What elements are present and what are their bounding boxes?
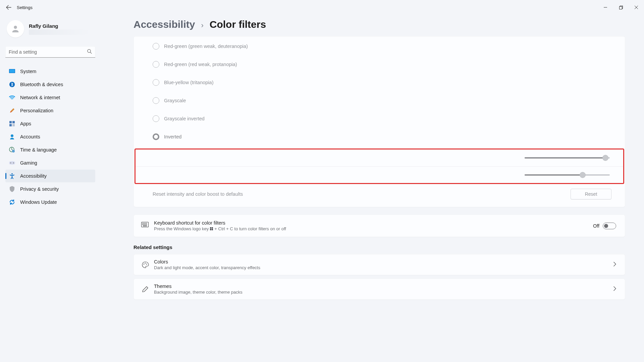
avatar <box>7 20 24 38</box>
shortcut-sub-prefix: Press the Windows logo key <box>154 226 209 231</box>
svg-rect-19 <box>142 223 143 224</box>
profile-email-placeholder <box>29 29 89 35</box>
sidebar-item-network[interactable]: Network & internet <box>5 91 95 104</box>
reset-button-label: Reset <box>585 191 597 197</box>
sidebar-item-bluetooth[interactable]: Bluetooth & devices <box>5 78 95 91</box>
sidebar-item-update[interactable]: Windows Update <box>5 196 95 208</box>
related-link-colors[interactable]: Colors Dark and light mode, accent color… <box>133 254 625 275</box>
filter-option-deuteranopia[interactable]: Red-green (green weak, deuteranopia) <box>134 37 625 55</box>
radio-icon <box>153 61 159 68</box>
related-settings-title: Related settings <box>133 244 625 250</box>
color-boost-slider-row <box>136 166 623 183</box>
radio-label: Blue-yellow (tritanopia) <box>164 80 213 85</box>
filter-option-grayscale[interactable]: Grayscale <box>134 92 625 110</box>
search-input[interactable] <box>5 46 95 58</box>
svg-rect-27 <box>145 224 146 225</box>
sidebar-item-label: Apps <box>20 121 31 126</box>
minimize-button[interactable] <box>598 2 613 13</box>
radio-label: Grayscale inverted <box>164 116 205 121</box>
radio-icon <box>153 79 159 86</box>
svg-rect-9 <box>9 124 12 126</box>
sidebar-item-personalization[interactable]: Personalization <box>5 104 95 117</box>
toggle-state-label: Off <box>593 223 599 229</box>
svg-rect-28 <box>146 224 147 225</box>
link-subtitle: Background image, theme color, theme pac… <box>154 290 243 295</box>
sidebar-item-apps[interactable]: Apps <box>5 117 95 130</box>
related-link-themes[interactable]: Themes Background image, theme color, th… <box>133 279 625 300</box>
windows-logo-icon <box>210 227 213 230</box>
svg-point-31 <box>145 262 146 263</box>
chevron-right-icon <box>613 286 616 292</box>
maximize-button[interactable] <box>613 2 629 13</box>
filter-options-panel: Red-green (green weak, deuteranopia) Red… <box>133 36 625 207</box>
link-subtitle: Dark and light mode, accent color, trans… <box>154 265 260 270</box>
sidebar-item-label: System <box>20 69 36 74</box>
chevron-right-icon <box>613 262 616 268</box>
slider-thumb[interactable] <box>602 155 608 161</box>
svg-rect-5 <box>9 69 15 73</box>
sidebar-item-accessibility[interactable]: Accessibility <box>5 170 95 182</box>
svg-point-15 <box>10 163 11 164</box>
window-title: Settings <box>17 5 33 10</box>
person-icon <box>11 24 20 34</box>
radio-label: Red-green (green weak, deuteranopia) <box>164 44 248 49</box>
sidebar-item-label: Windows Update <box>20 199 57 205</box>
sidebar-item-accounts[interactable]: Accounts <box>5 130 95 143</box>
radio-icon <box>153 43 159 50</box>
svg-rect-7 <box>9 121 12 123</box>
sidebar-item-label: Privacy & security <box>20 186 59 192</box>
sidebar-item-privacy[interactable]: Privacy & security <box>5 183 95 195</box>
reset-button[interactable]: Reset <box>571 189 611 199</box>
sidebar-item-gaming[interactable]: Gaming <box>5 157 95 169</box>
svg-point-2 <box>14 26 17 29</box>
sidebar-item-label: Bluetooth & devices <box>20 82 63 87</box>
maximize-icon <box>619 6 623 9</box>
accounts-icon <box>9 133 15 140</box>
svg-point-17 <box>11 173 13 175</box>
back-button[interactable] <box>2 1 15 14</box>
profile-block[interactable]: Rafly Gilang <box>5 18 95 40</box>
keyboard-shortcut-panel: Keyboard shortcut for color filters Pres… <box>133 215 625 237</box>
slider-thumb[interactable] <box>580 172 586 178</box>
sidebar-item-system[interactable]: System <box>5 65 95 78</box>
svg-rect-10 <box>12 124 15 126</box>
page-title: Color filters <box>210 19 266 30</box>
svg-rect-14 <box>9 161 15 165</box>
breadcrumb-parent[interactable]: Accessibility <box>133 19 195 30</box>
filter-option-grayscale-inverted[interactable]: Grayscale inverted <box>134 110 625 128</box>
wifi-icon <box>9 94 15 101</box>
svg-rect-22 <box>145 223 146 224</box>
svg-rect-21 <box>144 223 145 224</box>
radio-label: Grayscale <box>164 98 186 103</box>
pen-icon <box>141 285 149 293</box>
radio-icon <box>153 115 159 122</box>
filter-option-protanopia[interactable]: Red-green (red weak, protanopia) <box>134 55 625 73</box>
close-button[interactable] <box>629 2 644 13</box>
svg-rect-8 <box>12 121 15 123</box>
minimize-icon <box>604 6 607 9</box>
color-boost-slider[interactable] <box>525 172 610 178</box>
svg-rect-23 <box>146 223 147 224</box>
svg-point-30 <box>144 263 144 264</box>
intensity-slider-row <box>136 149 623 166</box>
svg-point-16 <box>13 163 14 164</box>
filter-option-tritanopia[interactable]: Blue-yellow (tritanopia) <box>134 73 625 92</box>
svg-rect-25 <box>143 224 144 225</box>
bluetooth-icon <box>9 81 15 88</box>
radio-icon <box>153 97 159 104</box>
radio-label: Inverted <box>164 134 181 139</box>
filter-option-inverted[interactable]: Inverted <box>134 128 625 146</box>
keyboard-icon <box>141 222 149 230</box>
chevron-right-icon: › <box>201 21 203 30</box>
search-icon <box>87 49 92 55</box>
shortcut-subtitle: Press the Windows logo key + Ctrl + C to… <box>154 226 286 231</box>
svg-point-3 <box>88 49 91 52</box>
reset-label: Reset intensity and color boost to defau… <box>153 191 243 197</box>
shortcut-toggle[interactable] <box>603 223 616 229</box>
radio-label: Red-green (red weak, protanopia) <box>164 62 237 67</box>
link-title: Themes <box>154 284 243 289</box>
link-title: Colors <box>154 259 260 264</box>
sidebar-item-time[interactable]: Time & language <box>5 143 95 156</box>
gamepad-icon <box>9 160 15 166</box>
intensity-slider[interactable] <box>525 155 610 161</box>
